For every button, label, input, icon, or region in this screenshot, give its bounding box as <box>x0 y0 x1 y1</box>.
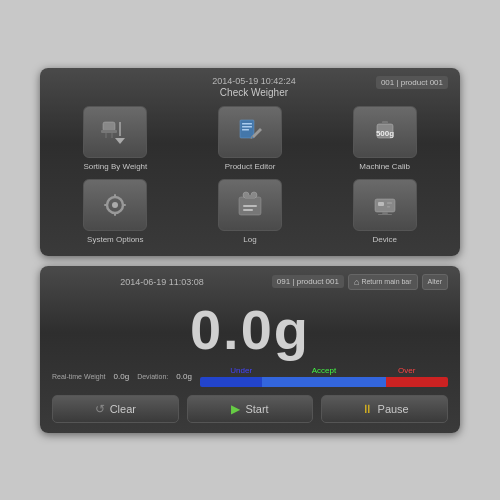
svg-rect-26 <box>245 195 255 199</box>
accept-label: Accept <box>283 366 366 375</box>
svg-rect-7 <box>242 123 252 125</box>
sorting-label: Sorting By Weight <box>83 162 147 171</box>
deviation-value: 0.0g <box>176 372 192 381</box>
log-item[interactable]: Log <box>187 179 314 244</box>
options-label: System Options <box>87 235 143 244</box>
svg-rect-2 <box>105 133 107 138</box>
pause-label: Pause <box>378 403 409 415</box>
system-options-icon-box <box>83 179 147 231</box>
svg-marker-4 <box>115 138 125 144</box>
sorting-by-weight-item[interactable]: Sorting By Weight <box>52 106 179 171</box>
clear-button[interactable]: ↺ Clear <box>52 395 179 423</box>
svg-rect-23 <box>243 209 253 211</box>
bottom-nav-buttons: ⌂ Return main bar Alter <box>348 274 448 290</box>
svg-rect-14 <box>382 121 388 124</box>
log-label: Log <box>243 235 256 244</box>
device-icon-box <box>353 179 417 231</box>
svg-rect-28 <box>378 202 384 206</box>
top-header-center: 2014-05-19 10:42:24 Check Weigher <box>132 76 376 98</box>
under-label: Under <box>200 366 283 375</box>
options-icon <box>97 187 133 223</box>
svg-rect-30 <box>387 206 390 208</box>
product-editor-item[interactable]: Product Editor <box>187 106 314 171</box>
device-icon <box>367 187 403 223</box>
machine-calib-item[interactable]: 500g Machine Calib <box>321 106 448 171</box>
svg-rect-8 <box>242 126 252 128</box>
editor-label: Product Editor <box>225 162 276 171</box>
svg-rect-19 <box>104 204 108 206</box>
deviation-label: Deviation: <box>137 373 168 380</box>
svg-rect-20 <box>122 204 126 206</box>
svg-text:500g: 500g <box>376 129 394 138</box>
top-header: 2014-05-19 10:42:24 Check Weigher 001 | … <box>52 76 448 98</box>
status-labels: Under Accept Over <box>200 366 448 375</box>
svg-rect-1 <box>101 130 117 133</box>
status-bar-container: Under Accept Over <box>200 366 448 387</box>
alter-button[interactable]: Alter <box>422 274 448 290</box>
start-icon: ▶ <box>231 402 240 416</box>
sorting-icon <box>97 114 133 150</box>
top-datetime: 2014-05-19 10:42:24 <box>132 76 376 86</box>
svg-point-16 <box>112 202 118 208</box>
weight-display: 0.0g <box>52 294 448 362</box>
start-button[interactable]: ▶ Start <box>187 395 314 423</box>
realtime-label: Real-time Weight <box>52 373 106 380</box>
start-label: Start <box>245 403 268 415</box>
device-item[interactable]: Device <box>321 179 448 244</box>
icons-grid: Sorting By Weight Product Editor <box>52 106 448 244</box>
svg-rect-18 <box>114 212 116 216</box>
accept-bar <box>262 377 386 387</box>
bottom-header-center: 2014-06-19 11:03:08 <box>52 277 272 287</box>
svg-rect-17 <box>114 194 116 198</box>
sorting-by-weight-icon-box <box>83 106 147 158</box>
return-main-bar-button[interactable]: ⌂ Return main bar <box>348 274 418 290</box>
machine-calib-icon-box: 500g <box>353 106 417 158</box>
svg-rect-27 <box>375 199 395 212</box>
product-editor-icon-box <box>218 106 282 158</box>
svg-rect-0 <box>103 122 115 131</box>
realtime-row: Real-time Weight 0.0g Deviation: 0.0g Un… <box>52 366 448 387</box>
pause-icon: ⏸ <box>361 402 373 416</box>
clear-label: Clear <box>110 403 136 415</box>
log-icon-box <box>218 179 282 231</box>
device-label: Device <box>372 235 396 244</box>
svg-rect-31 <box>382 212 388 214</box>
top-product-badge: 001 | product 001 <box>376 76 448 89</box>
bottom-header: 2014-06-19 11:03:08 091 | product 001 ⌂ … <box>52 274 448 290</box>
status-bar <box>200 377 448 387</box>
under-bar <box>200 377 262 387</box>
top-panel: 2014-05-19 10:42:24 Check Weigher 001 | … <box>40 68 460 256</box>
system-options-item[interactable]: System Options <box>52 179 179 244</box>
return-main-bar-label: Return main bar <box>361 278 411 285</box>
over-label: Over <box>365 366 448 375</box>
svg-rect-3 <box>111 133 113 138</box>
svg-rect-9 <box>242 129 249 131</box>
home-icon: ⌂ <box>354 277 359 287</box>
clear-icon: ↺ <box>95 402 105 416</box>
bottom-panel: 2014-06-19 11:03:08 091 | product 001 ⌂ … <box>40 266 460 433</box>
pause-button[interactable]: ⏸ Pause <box>321 395 448 423</box>
svg-rect-22 <box>243 205 257 207</box>
svg-rect-29 <box>387 202 392 204</box>
alter-label: Alter <box>428 278 442 285</box>
action-buttons: ↺ Clear ▶ Start ⏸ Pause <box>52 395 448 423</box>
calib-label: Machine Calib <box>359 162 410 171</box>
log-icon <box>232 187 268 223</box>
check-weigher-title: Check Weigher <box>132 87 376 98</box>
realtime-value: 0.0g <box>114 372 130 381</box>
editor-icon <box>232 114 268 150</box>
over-bar <box>386 377 448 387</box>
svg-rect-32 <box>378 214 392 215</box>
bottom-product-badge: 091 | product 001 <box>272 275 344 288</box>
calib-icon: 500g <box>367 114 403 150</box>
weight-value: 0.0g <box>52 302 448 358</box>
bottom-datetime: 2014-06-19 11:03:08 <box>52 277 272 287</box>
